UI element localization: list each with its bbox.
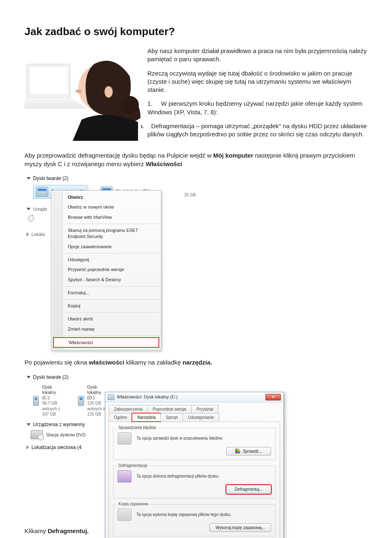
context-menu: Otwórz Otwórz w nowym oknie Browse with … [51, 190, 161, 351]
ctx-spybot[interactable]: Spybot - Search & Destroy [52, 275, 160, 285]
hero-image [24, 47, 141, 141]
chevron-down-icon [27, 177, 31, 180]
ctx-copy[interactable]: Kopiuj [52, 301, 160, 311]
section-network-label: Lokalizacja sieciowa (4 [31, 444, 82, 451]
instr2-bold2: narzędzia. [183, 359, 212, 366]
backup-button-label: Wykonaj kopię zapasową... [216, 525, 265, 531]
group-defrag: Defragmentacja Ta opcja dokona defragmen… [113, 466, 276, 498]
footer-pre: Klikamy [24, 527, 48, 534]
chevron-down-icon [27, 423, 31, 426]
group-backup-title: Kopia zapasowa [117, 501, 150, 507]
svg-rect-1 [29, 67, 68, 94]
dvd-icon [32, 215, 33, 220]
tab-tools[interactable]: Narzędzia [132, 413, 161, 422]
group-backup-text: Ta opcja wykona kopię zapasową plików te… [136, 512, 271, 518]
ctx-create-shortcut[interactable]: Utwórz skrót [52, 314, 160, 324]
instr1-bold2: Właściwości [146, 160, 182, 167]
group-defrag-title: Defragmentacja [117, 463, 149, 469]
step-1a-text: Defragmentacja – pomaga utrzymać „porząd… [147, 122, 367, 138]
disk-c-sub: 56,7 GB wolnych z 107 GB [42, 400, 63, 417]
page-title: Jak zadbać o swój komputer? [24, 24, 368, 39]
chevron-right-icon [27, 232, 29, 236]
screenshot-properties-dialog: Dyski twarde (2) Dysk lokalny (C:) 56,7 … [24, 373, 292, 520]
step-1-num: 1. [147, 100, 153, 107]
screenshot-context-menu: Dyski twarde (2) Dysk lokalny (C:) Dysk … [24, 174, 216, 351]
dialog-titlebar: Właściwości: Dysk lokalny (C:) ✕ [105, 392, 283, 402]
section-disks-label: Dyski twarde (2) [33, 175, 69, 182]
location-label: Lokaliz [31, 231, 45, 238]
group-errorcheck: Sprawdzanie błędów Ta opcja sprawdzi dys… [113, 428, 276, 460]
close-button[interactable]: ✕ [265, 394, 281, 400]
ctx-format[interactable]: Formatuj... [52, 288, 160, 298]
ctx-open[interactable]: Otwórz [52, 192, 160, 202]
errorcheck-icon [118, 432, 131, 445]
chevron-right-icon [27, 445, 29, 449]
tab-security[interactable]: Zabezpieczenia [109, 405, 148, 414]
svg-marker-3 [24, 98, 86, 108]
group-backup: Kopia zapasowa Ta opcja wykona kopię zap… [113, 504, 276, 537]
instruction-1: Aby przeprowadzić defragmentację dysku b… [24, 151, 368, 168]
backup-button[interactable]: Wykonaj kopię zapasową... [209, 523, 271, 532]
group-errorcheck-text: Ta opcja sprawdzi dysk w poszukiwaniu bł… [136, 436, 271, 441]
intro-block: Aby nasz komputer działał prawidłowo a p… [24, 47, 368, 144]
disk-c-label-2: Dysk lokalny (C:) [42, 385, 63, 401]
ctx-rename[interactable]: Zmień nazwę [52, 324, 160, 334]
ctx-restore-versions[interactable]: Przywróć poprzednie wersje [52, 265, 160, 275]
tab-hardware[interactable]: Sprzęt [160, 413, 183, 422]
step-1-text: W pierwszym kroku będziemy używać narzęd… [147, 100, 363, 115]
instr1-pre: Aby przeprowadzić defragmentację dysku b… [24, 152, 213, 159]
dvd-label: Stacja dysków DVD [46, 432, 86, 438]
dvd-icon [31, 430, 43, 439]
ctx-share[interactable]: Udostępnij [52, 255, 160, 265]
section-devices-header: Urządzenia z wymienny [25, 420, 102, 429]
group-errorcheck-title: Sprawdzanie błędów [117, 425, 158, 431]
ctx-open-new-window[interactable]: Otwórz w nowym oknie [52, 202, 160, 212]
disk-icon [78, 396, 84, 406]
footer-bold: Defragmentuj. [48, 527, 89, 534]
ctx-eset-scan[interactable]: Skanuj za pomocą programu ESET Endpoint … [52, 225, 160, 242]
defrag-icon [118, 470, 131, 482]
svg-point-6 [105, 86, 113, 98]
ctx-advanced[interactable]: Opcje zaawansowane [52, 242, 160, 252]
instr2-mid: klikamy na zakładkę [124, 359, 183, 366]
tab-sharing[interactable]: Udostępnianie [183, 413, 219, 422]
tab-previous-versions[interactable]: Poprzednie wersje [147, 405, 192, 414]
group-defrag-text: Ta opcja dokona defragmentacji plików dy… [136, 474, 271, 479]
section-disks-header: Dyski twarde (2) [25, 174, 216, 182]
disk-icon [108, 394, 114, 400]
chevron-down-icon [27, 208, 31, 210]
disk-icon [36, 187, 48, 197]
disk-icon [33, 396, 39, 406]
check-button[interactable]: Sprawdź... [226, 447, 271, 456]
ctx-properties[interactable]: Właściwości [53, 337, 159, 348]
section-disks-label-2: Dyski twarde (2) [33, 374, 69, 380]
dialog-title-text: Właściwości: Dysk lokalny (C:) [117, 394, 178, 400]
defragment-button[interactable]: Defragmentuj... [226, 485, 271, 494]
disk-c-item-2[interactable]: Dysk lokalny (C:) 56,7 GB wolnych z 107 … [31, 383, 66, 419]
disk-d-sub: 25 GB [184, 192, 196, 198]
instr2-bold1: właściwości [89, 359, 125, 366]
section-network-header: Lokalizacja sieciowa (4 [25, 443, 102, 451]
defragment-button-label: Defragmentuj... [235, 487, 263, 492]
chevron-down-icon [27, 376, 31, 378]
devices-label: Urządz [33, 206, 47, 212]
ctx-irfanview[interactable]: Browse with IrfanView [52, 212, 160, 222]
tab-general[interactable]: Ogólne [109, 413, 132, 422]
svg-point-5 [121, 96, 139, 114]
instr1-bold1: Mój komputer [213, 152, 253, 159]
backup-icon [118, 509, 131, 521]
properties-dialog: Właściwości: Dysk lokalny (C:) ✕ Zabezpi… [105, 392, 284, 538]
tab-quota[interactable]: Przydział [191, 405, 218, 414]
instruction-2: Po pojawieniu się okna właściwości klika… [24, 358, 368, 367]
section-disks-header-2: Dyski twarde (2) [25, 373, 102, 381]
instr2-pre: Po pojawieniu się okna [24, 359, 89, 366]
section-devices-label: Urządzenia z wymienny [33, 421, 85, 428]
check-button-label: Sprawdź... [243, 449, 262, 454]
